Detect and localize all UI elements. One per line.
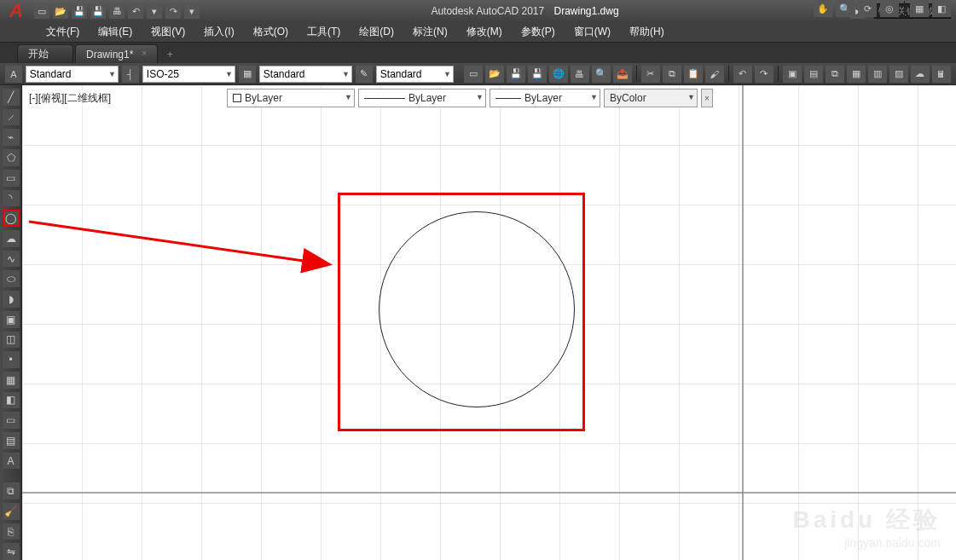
paste-icon[interactable]: 📋 bbox=[684, 66, 703, 83]
chevron-down-icon: ▼ bbox=[342, 70, 350, 78]
match-icon[interactable]: 🖌 bbox=[705, 66, 724, 83]
menu-tools[interactable]: 工具(T) bbox=[298, 23, 349, 41]
markup-icon[interactable]: ☁ bbox=[911, 66, 930, 83]
view-state-label[interactable]: [-][俯视][二维线框] bbox=[27, 90, 113, 107]
menu-view[interactable]: 视图(V) bbox=[142, 23, 194, 41]
spline-icon[interactable]: ∿ bbox=[3, 251, 20, 268]
sheetset-icon[interactable]: ▨ bbox=[889, 66, 908, 83]
linetype-combo[interactable]: ByLayer ▼ bbox=[358, 89, 486, 107]
hatch-icon[interactable]: ▦ bbox=[3, 372, 20, 389]
undo-menu-icon[interactable]: ▾ bbox=[147, 3, 162, 19]
undo-icon[interactable]: ↶ bbox=[128, 3, 143, 19]
menu-help[interactable]: 帮助(H) bbox=[621, 23, 673, 41]
pan-icon[interactable]: ✋ bbox=[814, 0, 832, 17]
modelspace-icon[interactable]: ▣ bbox=[783, 66, 802, 83]
redo-icon[interactable]: ↷ bbox=[165, 3, 181, 19]
makeblock-icon[interactable]: ◫ bbox=[3, 332, 20, 349]
point-icon[interactable]: • bbox=[3, 351, 20, 368]
copy-icon[interactable]: ⧉ bbox=[663, 66, 681, 83]
revcloud-icon[interactable]: ☁ bbox=[3, 230, 20, 247]
web-icon[interactable]: 🌐 bbox=[549, 66, 568, 83]
redo-menu-icon[interactable]: ▾ bbox=[184, 3, 200, 19]
calc-icon[interactable]: 🖩 bbox=[932, 66, 951, 83]
ellipsearc-icon[interactable]: ◗ bbox=[3, 291, 20, 308]
lineweight-combo[interactable]: ByLayer ▼ bbox=[490, 89, 600, 107]
textstyle-icon[interactable]: A bbox=[5, 66, 22, 83]
menu-file[interactable]: 文件(F) bbox=[38, 23, 88, 41]
new-icon[interactable]: ▭ bbox=[34, 3, 49, 19]
polyline-icon[interactable]: ⌁ bbox=[3, 129, 20, 146]
menu-parametric[interactable]: 参数(P) bbox=[513, 23, 564, 41]
menu-modify[interactable]: 修改(M) bbox=[458, 23, 511, 41]
layer-color-combo[interactable]: ByLayer ▼ bbox=[227, 89, 355, 107]
addselect-icon[interactable]: ⧉ bbox=[3, 482, 20, 499]
undo3-icon[interactable]: ↶ bbox=[733, 66, 752, 83]
orbit-icon[interactable]: ⟳ bbox=[858, 0, 877, 17]
menu-draw[interactable]: 绘图(D) bbox=[351, 23, 403, 41]
viewcube-icon[interactable]: ◧ bbox=[932, 0, 951, 17]
tablestyle-value: Standard bbox=[264, 68, 305, 80]
menu-edit[interactable]: 编辑(E) bbox=[90, 23, 141, 41]
steering-icon[interactable]: ◎ bbox=[880, 0, 899, 17]
watermark-text: Baidu 经验 bbox=[792, 504, 941, 536]
xline-icon[interactable]: ⟋ bbox=[3, 109, 20, 126]
save-icon[interactable]: 💾 bbox=[72, 3, 87, 19]
table-icon[interactable]: ▤ bbox=[3, 432, 20, 449]
props-icon[interactable]: ⧉ bbox=[826, 66, 844, 83]
mleaderstyle-combo[interactable]: Standard ▼ bbox=[376, 66, 454, 83]
block-icon[interactable]: ▣ bbox=[3, 311, 20, 328]
polygon-icon[interactable]: ⬠ bbox=[3, 149, 20, 166]
tab-drawing[interactable]: Drawing1* × bbox=[75, 44, 158, 63]
redo3-icon[interactable]: ↷ bbox=[755, 66, 773, 83]
textstyle-combo[interactable]: Standard ▼ bbox=[26, 66, 119, 83]
region-icon[interactable]: ▭ bbox=[3, 412, 20, 429]
tab-start[interactable]: 开始 bbox=[17, 44, 73, 63]
open2-icon[interactable]: 📂 bbox=[485, 66, 504, 83]
saveas2-icon[interactable]: 💾 bbox=[528, 66, 547, 83]
plot2-icon[interactable]: 🖶 bbox=[571, 66, 589, 83]
plotstyle-combo[interactable]: ByColor ▼ bbox=[604, 89, 698, 107]
mtext-icon[interactable]: A bbox=[3, 453, 20, 470]
mirror-icon[interactable]: ⇋ bbox=[3, 543, 20, 560]
save2-icon[interactable]: 💾 bbox=[507, 66, 525, 83]
dimstyle-icon[interactable]: ┤ bbox=[122, 66, 139, 83]
close-icon[interactable]: × bbox=[142, 49, 152, 59]
ellipse-icon[interactable]: ⬭ bbox=[3, 270, 20, 287]
standard-toolbar: ▭ 📂 💾 💾 🌐 🖶 🔍 📤 ✂ ⧉ 📋 🖌 ↶ ↷ ▣ ▤ ⧉ ▦ ▥ ▨ … bbox=[464, 66, 951, 83]
line-icon[interactable]: ╱ bbox=[3, 89, 20, 106]
saveas-icon[interactable]: 💾 bbox=[90, 3, 106, 19]
qnew-icon[interactable]: ▭ bbox=[464, 66, 483, 83]
preview-icon[interactable]: 🔍 bbox=[592, 66, 611, 83]
circle-icon[interactable]: ◯ bbox=[3, 210, 20, 227]
erase-icon[interactable]: 🧹 bbox=[3, 503, 20, 520]
arc-icon[interactable]: ◝ bbox=[3, 190, 20, 207]
rectangle-icon[interactable]: ▭ bbox=[3, 170, 20, 187]
cut-icon[interactable]: ✂ bbox=[641, 66, 660, 83]
dcenter-icon[interactable]: ▦ bbox=[847, 66, 866, 83]
color-swatch-icon bbox=[233, 94, 241, 102]
menu-insert[interactable]: 插入(I) bbox=[195, 23, 242, 41]
gradient-icon[interactable]: ◧ bbox=[3, 392, 20, 409]
copy2-icon[interactable]: ⎘ bbox=[3, 523, 20, 540]
drawing-canvas[interactable]: [-][俯视][二维线框] ByLayer ▼ ByLayer ▼ ByLaye… bbox=[22, 85, 956, 560]
dimstyle-combo[interactable]: ISO-25 ▼ bbox=[142, 66, 235, 83]
menu-format[interactable]: 格式(O) bbox=[245, 23, 297, 41]
menu-dimension[interactable]: 标注(N) bbox=[404, 23, 456, 41]
tablestyle-combo[interactable]: Standard ▼ bbox=[259, 66, 352, 83]
draw-toolbar: ╱ ⟋ ⌁ ⬠ ▭ ◝ ◯ ☁ ∿ ⬭ ◗ ▣ ◫ • ▦ ◧ ▭ ▤ A ⧉ … bbox=[0, 85, 22, 560]
nav-toolbar: ✋ 🔍 ⟳ ◎ ▦ ◧ bbox=[814, 0, 951, 17]
mleaderstyle-icon[interactable]: ✎ bbox=[356, 66, 373, 83]
showmotion-icon[interactable]: ▦ bbox=[910, 0, 929, 17]
separator bbox=[636, 66, 637, 81]
tab-add[interactable]: + bbox=[159, 46, 180, 63]
zoom-icon[interactable]: 🔍 bbox=[836, 0, 855, 17]
tpalette-icon[interactable]: ▥ bbox=[868, 66, 887, 83]
menu-window[interactable]: 窗口(W) bbox=[565, 23, 619, 41]
publish-icon[interactable]: 📤 bbox=[613, 66, 632, 83]
tablestyle-icon[interactable]: ▦ bbox=[239, 66, 256, 83]
layout-icon[interactable]: ▤ bbox=[804, 66, 823, 83]
propbar-close-icon[interactable]: × bbox=[701, 89, 713, 107]
open-icon[interactable]: 📂 bbox=[53, 3, 68, 19]
plot-icon[interactable]: 🖶 bbox=[109, 3, 125, 19]
app-logo[interactable]: A bbox=[5, 0, 27, 22]
